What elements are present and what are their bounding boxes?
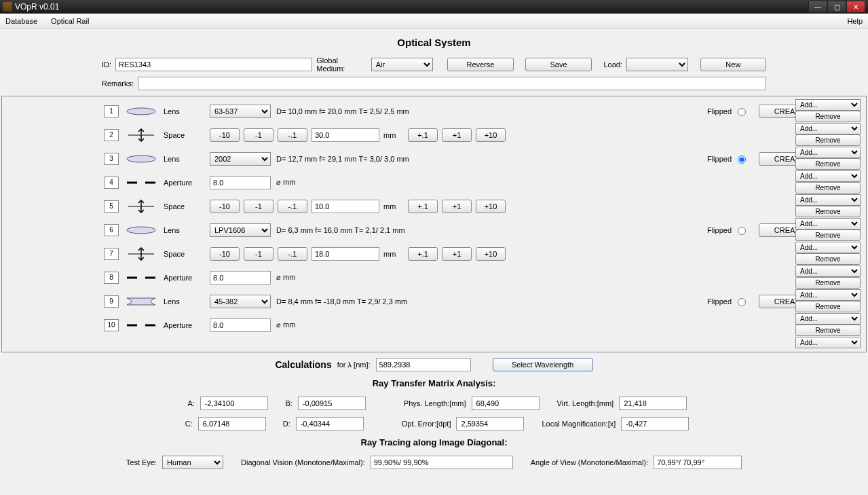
test-eye-select[interactable]: Human xyxy=(162,456,223,469)
load-select[interactable] xyxy=(626,58,688,71)
step-plus-1[interactable]: +1 xyxy=(442,247,472,261)
lens-select[interactable]: 2002 xyxy=(210,152,271,166)
step-minus-0-1[interactable]: -.1 xyxy=(278,247,307,261)
add-element-select[interactable]: Add... xyxy=(795,194,861,206)
step-minus-0-1[interactable]: -.1 xyxy=(278,200,307,213)
global-medium-select[interactable]: Air xyxy=(371,58,433,71)
remove-element-button[interactable]: Remove xyxy=(795,253,861,265)
space-icon xyxy=(124,247,158,261)
select-wavelength-button[interactable]: Select Wavelength xyxy=(493,358,593,371)
add-element-select[interactable]: Add... xyxy=(795,170,861,182)
aperture-value-input[interactable] xyxy=(210,176,271,189)
step-minus-1[interactable]: -1 xyxy=(244,128,273,142)
add-element-select[interactable]: Add... xyxy=(795,337,861,348)
close-button[interactable]: ✕ xyxy=(846,1,865,13)
local-mag-value[interactable] xyxy=(621,417,689,430)
flipped-radio[interactable] xyxy=(738,155,746,164)
remarks-label: Remarks: xyxy=(102,79,134,88)
menu-database[interactable]: Database xyxy=(3,16,40,26)
add-element-select[interactable]: Add... xyxy=(795,242,861,253)
add-element-select[interactable]: Add... xyxy=(795,313,861,325)
space-value-input[interactable] xyxy=(312,128,379,142)
step-minus-10[interactable]: -10 xyxy=(210,128,240,142)
remove-element-button[interactable]: Remove xyxy=(795,301,861,312)
B-value[interactable] xyxy=(298,397,366,410)
remove-element-button[interactable]: Remove xyxy=(795,158,861,170)
remove-element-button[interactable]: Remove xyxy=(795,325,861,336)
flipped-radio[interactable] xyxy=(738,298,746,306)
D-label: D: xyxy=(277,420,290,428)
step-minus-1[interactable]: -1 xyxy=(244,247,273,261)
add-element-select[interactable]: Add... xyxy=(795,99,861,111)
save-button[interactable]: Save xyxy=(525,58,591,71)
remove-element-button[interactable]: Remove xyxy=(795,182,861,194)
lens-select[interactable]: 45-382 xyxy=(210,295,271,308)
step-minus-10[interactable]: -10 xyxy=(210,200,240,213)
step-minus-1[interactable]: -1 xyxy=(244,200,273,213)
D-value[interactable] xyxy=(296,417,364,430)
add-element-select[interactable]: Add... xyxy=(795,289,861,301)
remove-element-button[interactable]: Remove xyxy=(795,111,861,122)
A-label: A: xyxy=(181,399,195,407)
aov-value[interactable] xyxy=(654,456,742,469)
row-index: 5 xyxy=(104,200,119,213)
space-value-input[interactable] xyxy=(312,200,379,213)
lens-select[interactable]: 63-537 xyxy=(210,105,271,118)
aperture-value-input[interactable] xyxy=(210,318,271,332)
step-plus-10[interactable]: +10 xyxy=(476,200,506,213)
java-icon xyxy=(3,2,12,12)
step-plus-0-1[interactable]: +.1 xyxy=(408,200,438,213)
step-plus-10[interactable]: +10 xyxy=(476,128,506,142)
add-element-select[interactable]: Add... xyxy=(795,265,861,277)
menu-help[interactable]: Help xyxy=(844,16,865,26)
add-element-select[interactable]: Add... xyxy=(795,218,861,230)
menu-optical-rail[interactable]: Optical Rail xyxy=(48,16,92,26)
remove-element-button[interactable]: Remove xyxy=(795,277,861,289)
id-input[interactable] xyxy=(115,58,312,71)
step-plus-10[interactable]: +10 xyxy=(476,247,506,261)
C-value[interactable] xyxy=(198,417,266,430)
step-minus-10[interactable]: -10 xyxy=(210,247,240,261)
lens-spec: D= 6,3 mm f= 16,0 mm T= 2,1/ 2,1 mm xyxy=(276,226,507,234)
add-element-select[interactable]: Add... xyxy=(795,123,861,134)
lens-icon xyxy=(124,223,158,237)
A-value[interactable] xyxy=(200,397,268,410)
lens-icon xyxy=(124,152,158,166)
aperture-value-input[interactable] xyxy=(210,271,271,285)
lens-select[interactable]: LPV1606 xyxy=(210,223,271,237)
new-button[interactable]: New xyxy=(700,58,766,71)
virt-len-value[interactable] xyxy=(619,397,687,410)
phys-len-value[interactable] xyxy=(472,397,540,410)
rail-row: 6LensLPV1606D= 6,3 mm f= 16,0 mm T= 2,1/… xyxy=(2,218,866,242)
remove-element-button[interactable]: Remove xyxy=(795,134,861,146)
flipped-radio[interactable] xyxy=(738,108,746,116)
rail-row: 10Aperture⌀ mm xyxy=(2,313,866,337)
calculations-title: Calculations xyxy=(275,359,331,370)
flipped-label: Flipped xyxy=(707,155,732,163)
maximize-button[interactable]: ▢ xyxy=(827,1,846,13)
space-value-input[interactable] xyxy=(312,247,379,261)
svg-point-8 xyxy=(127,227,155,234)
remove-element-button[interactable]: Remove xyxy=(795,206,861,217)
remove-element-button[interactable]: Remove xyxy=(795,230,861,241)
wavelength-input[interactable] xyxy=(376,358,471,371)
step-plus-0-1[interactable]: +.1 xyxy=(408,128,438,142)
step-plus-0-1[interactable]: +.1 xyxy=(408,247,438,261)
row-index: 8 xyxy=(104,272,119,284)
remarks-input[interactable] xyxy=(138,77,766,90)
step-plus-1[interactable]: +1 xyxy=(442,200,472,213)
add-element-select[interactable]: Add... xyxy=(795,147,861,158)
step-plus-1[interactable]: +1 xyxy=(442,128,472,142)
step-minus-0-1[interactable]: -.1 xyxy=(278,128,307,142)
rail-row: 7Space-10-1-.1mm+.1+1+10 xyxy=(2,242,866,265)
opt-err-value[interactable] xyxy=(456,417,524,430)
unit-label: mm xyxy=(383,202,404,210)
space-icon xyxy=(124,200,158,213)
diag-vision-label: Diagonal Vision (Monotone/Maximal): xyxy=(241,458,365,466)
reverse-button[interactable]: Reverse xyxy=(447,58,513,71)
minimize-button[interactable]: — xyxy=(808,1,827,13)
row-index: 6 xyxy=(104,224,119,236)
flipped-radio[interactable] xyxy=(738,227,746,235)
row-type-label: Space xyxy=(164,250,204,258)
diag-vision-value[interactable] xyxy=(371,456,513,469)
